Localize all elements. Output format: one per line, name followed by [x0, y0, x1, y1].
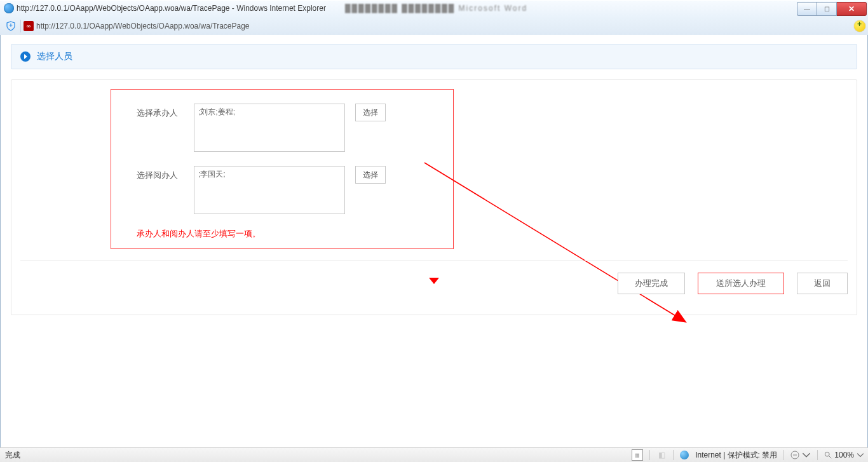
zoom-control[interactable]: 100% [824, 451, 864, 459]
protected-mode-toggle[interactable] [790, 451, 811, 459]
maximize-button[interactable]: ☐ [817, 2, 837, 16]
svg-line-3 [829, 456, 831, 458]
panel-header: 选择人员 [11, 44, 857, 69]
organizer-textbox[interactable] [194, 104, 345, 152]
minimize-button[interactable]: — [797, 2, 817, 16]
browser-chrome: http://127.0.0.1/OAapp/WebObjects/OAapp.… [0, 0, 868, 36]
separator-icon [673, 450, 674, 460]
page-viewport: 选择人员 选择承办人 选择 选择阅办人 选择 承办人和阅办人请至少填写一项。 [0, 35, 868, 448]
zoom-value: 100% [834, 451, 854, 459]
organizer-select-button[interactable]: 选择 [355, 104, 386, 121]
window-title: http://127.0.0.1/OAapp/WebObjects/OAapp.… [17, 4, 326, 13]
arrow-circle-icon [20, 51, 31, 62]
center-caret-icon [429, 278, 439, 284]
row-reviewer: 选择阅办人 选择 [137, 166, 440, 214]
status-bar: 完成 ▦ ◧ Internet | 保护模式: 禁用 100% [0, 447, 868, 462]
panel-title: 选择人员 [37, 51, 72, 62]
zone-globe-icon [680, 451, 689, 459]
address-bar-row: ∞ http://127.0.0.1/OAapp/WebObjects/OAap… [0, 17, 868, 35]
separator-icon [817, 450, 818, 460]
annotation-arrow-icon [418, 156, 698, 341]
separator-icon [649, 450, 650, 460]
label-organizer: 选择承办人 [137, 104, 194, 119]
label-reviewer: 选择阅办人 [137, 166, 194, 181]
form-hint: 承办人和阅办人请至少填写一项。 [137, 228, 440, 240]
close-button[interactable]: ✕ [837, 2, 867, 16]
svg-point-2 [825, 452, 830, 456]
person-form-box: 选择承办人 选择 选择阅办人 选择 承办人和阅办人请至少填写一项。 [111, 89, 454, 249]
send-selected-button[interactable]: 送所选人办理 [698, 273, 784, 294]
site-favicon-icon: ∞ [24, 21, 34, 31]
reviewer-select-button[interactable]: 选择 [355, 166, 386, 184]
footer-bar: 办理完成 送所选人办理 返回 [20, 261, 848, 303]
feed-icon[interactable]: ◧ [656, 450, 667, 460]
panel-body: 选择承办人 选择 选择阅办人 选择 承办人和阅办人请至少填写一项。 [11, 79, 857, 315]
addon-plus-icon[interactable] [854, 20, 865, 32]
status-zone-text: Internet | 保护模式: 禁用 [695, 450, 777, 461]
divider-icon [20, 20, 21, 32]
url-text[interactable]: http://127.0.0.1/OAapp/WebObjects/OAapp.… [36, 22, 250, 31]
security-shield-icon[interactable] [4, 19, 18, 33]
window-buttons: — ☐ ✕ [797, 2, 867, 15]
row-organizer: 选择承办人 选择 [137, 104, 440, 152]
ie-logo-icon [4, 3, 14, 13]
status-left: 完成 [0, 450, 25, 461]
separator-icon [783, 450, 784, 460]
reviewer-textbox[interactable] [194, 166, 345, 214]
compat-view-icon[interactable]: ▦ [632, 449, 643, 461]
back-button[interactable]: 返回 [797, 273, 848, 294]
background-window-fragment: ████████ ████████ Microsoft Word [345, 4, 527, 13]
title-bar: http://127.0.0.1/OAapp/WebObjects/OAapp.… [0, 0, 868, 17]
complete-button[interactable]: 办理完成 [618, 273, 685, 294]
